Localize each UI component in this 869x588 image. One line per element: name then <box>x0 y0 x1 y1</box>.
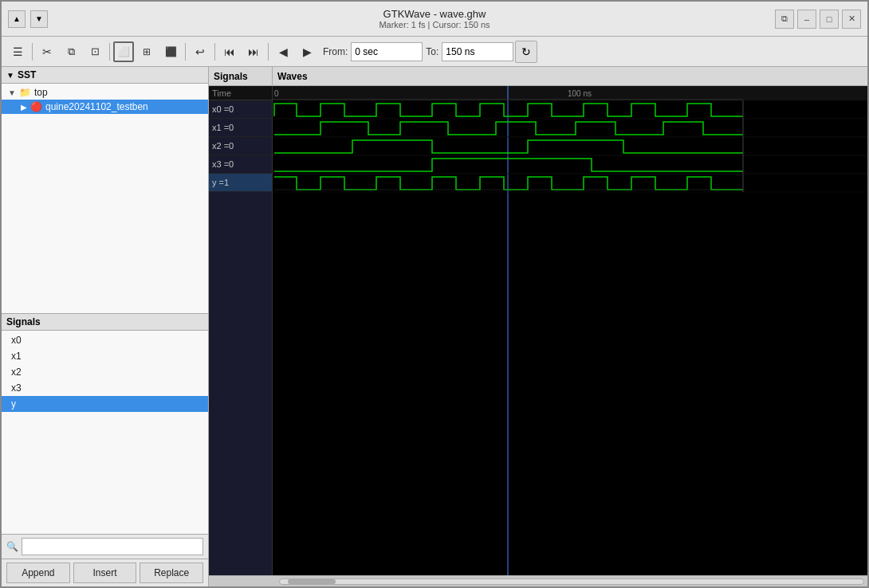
sst-header: ▼ SST <box>2 67 208 84</box>
titlebar: ▲ ▼ GTKWave - wave.ghw Marker: 1 fs | Cu… <box>2 2 867 37</box>
signals-section-title: Signals <box>6 316 41 327</box>
append-button[interactable]: Append <box>6 563 70 583</box>
signal-label-y: y <box>11 398 16 410</box>
window-title: GTKWave - wave.ghw <box>379 8 490 20</box>
window-subtitle: Marker: 1 fs | Cursor: 150 ns <box>379 20 490 29</box>
wave-labels-column: Time x0 =0 x1 =0 x2 =0 x3 =0 y =1 <box>209 86 273 575</box>
signal-item-y[interactable]: y <box>2 396 208 412</box>
time-row-label: Time <box>212 88 231 98</box>
tree-collapse-icon: ▼ <box>8 88 16 97</box>
search-input[interactable] <box>22 538 203 555</box>
folder-icon: 📁 <box>19 87 31 98</box>
waves-content: Time x0 =0 x1 =0 x2 =0 x3 =0 y =1 0 100 … <box>209 86 867 575</box>
from-label: From: <box>323 46 348 57</box>
paste-btn[interactable]: ⊡ <box>84 41 106 63</box>
bottom-scrollbar[interactable] <box>209 575 867 586</box>
sst-title: SST <box>18 69 36 80</box>
scrollbar-thumb[interactable] <box>288 579 336 584</box>
toolbar-sep-2 <box>109 43 110 61</box>
maximize-btn[interactable]: □ <box>820 10 839 29</box>
main-area: ▼ SST ▼ 📁 top ▶ 🔴 quine20241102_testben <box>2 67 867 586</box>
title-center: GTKWave - wave.ghw Marker: 1 fs | Cursor… <box>379 8 490 29</box>
sst-collapse-icon[interactable]: ▼ <box>6 71 14 80</box>
from-input[interactable] <box>351 42 423 61</box>
search-icon: 🔍 <box>6 541 18 552</box>
sst-tree: ▼ 📁 top ▶ 🔴 quine20241102_testben <box>2 84 208 313</box>
action-buttons: Append Insert Replace <box>2 559 208 586</box>
signals-list: x0 x1 x2 x3 y <box>2 331 208 534</box>
sst-section: ▼ SST ▼ 📁 top ▶ 🔴 quine20241102_testben <box>2 67 208 314</box>
titlebar-left: ▲ ▼ <box>8 10 48 28</box>
signals-col-header: Signals <box>209 67 273 85</box>
toolbar-sep-4 <box>214 43 215 61</box>
wave-label-x1: x1 =0 <box>209 119 272 137</box>
scrollbar-track[interactable] <box>279 578 864 585</box>
zoom-select-btn[interactable]: ⬛ <box>159 41 182 63</box>
waves-canvas[interactable]: 0 100 ns <box>273 86 867 575</box>
time-range: From: To: <box>323 42 513 61</box>
signal-label-x1: x1 <box>11 351 22 362</box>
undo-btn[interactable]: ↩ <box>189 41 211 63</box>
toolbar: ☰ ✂ ⧉ ⊡ ⬜ ⊞ ⬛ ↩ ⏮ ⏭ ◀ ▶ From: To: ↻ <box>2 37 867 67</box>
signal-label-x3: x3 <box>11 382 22 394</box>
sst-tree-item-top[interactable]: ▼ 📁 top <box>2 85 208 100</box>
toolbar-sep-3 <box>185 43 186 61</box>
scroll-down-btn[interactable]: ▼ <box>30 10 48 28</box>
svg-text:0: 0 <box>274 89 279 98</box>
left-panel: ▼ SST ▼ 📁 top ▶ 🔴 quine20241102_testben <box>2 67 209 586</box>
insert-button[interactable]: Insert <box>73 563 137 583</box>
go-start-btn[interactable]: ⏮ <box>218 41 241 63</box>
scroll-up-btn[interactable]: ▲ <box>8 10 26 28</box>
go-prev-btn[interactable]: ◀ <box>272 41 294 63</box>
zoom-fit-btn[interactable]: ⊞ <box>136 41 158 63</box>
toolbar-sep-1 <box>32 43 33 61</box>
signal-label-x2: x2 <box>11 367 22 378</box>
signal-item-x0[interactable]: x0 <box>2 332 208 348</box>
tree-leaf-icon: ▶ <box>21 103 27 112</box>
cut-btn[interactable]: ✂ <box>36 41 58 63</box>
signal-item-x2[interactable]: x2 <box>2 364 208 380</box>
sst-tree-item-quine[interactable]: ▶ 🔴 quine20241102_testben <box>2 100 208 114</box>
signal-label-x0: x0 <box>11 335 22 346</box>
wave-label-y: y =1 <box>209 174 272 192</box>
wave-label-x0: x0 =0 <box>209 100 272 119</box>
replace-button[interactable]: Replace <box>140 563 203 583</box>
reload-btn[interactable]: ↻ <box>515 41 537 63</box>
signals-header-bar: Signals <box>2 314 208 331</box>
wave-label-x2: x2 =0 <box>209 137 272 155</box>
copy-btn[interactable]: ⧉ <box>60 41 82 63</box>
module-icon: 🔴 <box>30 101 42 112</box>
titlebar-right: ⧉ – □ ✕ <box>775 10 861 29</box>
to-label: To: <box>426 46 438 57</box>
main-window: ▲ ▼ GTKWave - wave.ghw Marker: 1 fs | Cu… <box>0 0 869 588</box>
toolbar-sep-5 <box>268 43 269 61</box>
minimize-btn[interactable]: – <box>797 10 816 29</box>
signals-lower: Signals x0 x1 x2 x3 y <box>2 314 208 586</box>
waves-svg: 0 100 ns <box>273 86 867 575</box>
search-bar: 🔍 <box>2 534 208 559</box>
restore-btn[interactable]: ⧉ <box>775 10 794 29</box>
sst-item-label-top: top <box>34 87 48 98</box>
hamburger-menu-btn[interactable]: ☰ <box>6 41 29 63</box>
svg-text:100 ns: 100 ns <box>568 89 592 98</box>
go-end-btn[interactable]: ⏭ <box>242 41 265 63</box>
wave-label-x3: x3 =0 <box>209 155 272 174</box>
right-panel: Signals Waves Time x0 =0 x1 =0 x2 =0 x3 … <box>209 67 867 586</box>
select-all-btn[interactable]: ⬜ <box>113 41 134 62</box>
close-btn[interactable]: ✕ <box>842 10 861 29</box>
signal-item-x1[interactable]: x1 <box>2 348 208 364</box>
sst-item-label-quine: quine20241102_testben <box>45 101 148 112</box>
go-next-btn[interactable]: ▶ <box>296 41 318 63</box>
time-label-row: Time <box>209 86 272 100</box>
signal-item-x3[interactable]: x3 <box>2 380 208 396</box>
to-input[interactable] <box>442 42 513 61</box>
waves-col-header: Waves <box>273 67 867 85</box>
